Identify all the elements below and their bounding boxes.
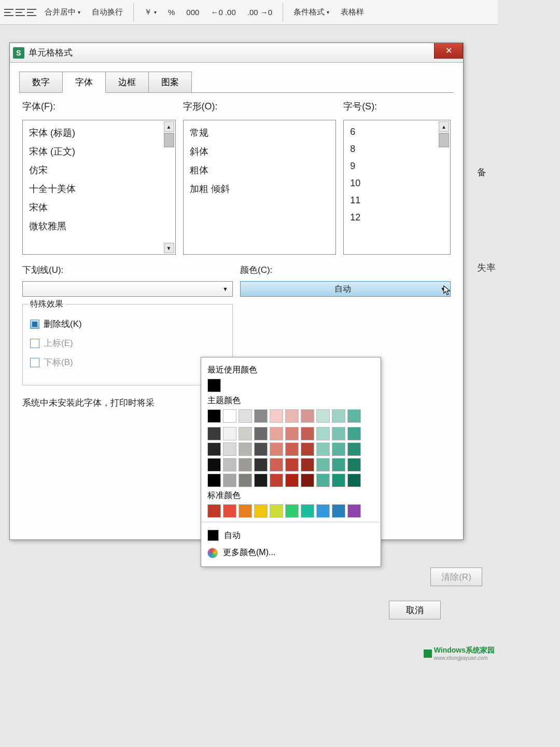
conditional-format-button[interactable]: 条件格式 <box>290 6 332 18</box>
color-swatch[interactable] <box>285 442 299 456</box>
style-listbox[interactable]: 常规 斜体 粗体 加粗 倾斜 <box>183 120 337 255</box>
list-item[interactable]: 宋体 <box>24 198 174 217</box>
checkbox-checked-icon[interactable] <box>30 320 39 329</box>
auto-wrap-button[interactable]: 自动换行 <box>89 6 126 18</box>
color-swatch[interactable] <box>223 427 236 440</box>
color-swatch[interactable] <box>332 427 345 440</box>
color-swatch[interactable] <box>207 427 221 440</box>
color-swatch[interactable] <box>316 474 330 487</box>
color-swatch[interactable] <box>332 409 345 423</box>
close-button[interactable]: ✕ <box>434 43 463 59</box>
auto-color-row[interactable]: 自动 <box>207 527 374 544</box>
list-item[interactable]: 加粗 倾斜 <box>185 179 335 198</box>
color-swatch[interactable] <box>207 458 221 472</box>
list-item[interactable]: 粗体 <box>185 161 335 179</box>
color-swatch[interactable] <box>239 442 252 456</box>
color-swatch[interactable] <box>223 409 236 423</box>
tab-pattern[interactable]: 图案 <box>148 72 192 93</box>
merge-center-button[interactable]: 合并居中 <box>41 6 83 18</box>
color-swatch[interactable] <box>207 379 221 392</box>
list-item[interactable]: 十全十美体 <box>24 179 174 198</box>
decrease-decimal-button[interactable]: .00 →0 <box>244 7 275 18</box>
list-item[interactable]: 6 <box>345 123 449 141</box>
cancel-button[interactable]: 取消 <box>389 601 441 619</box>
color-swatch[interactable] <box>239 458 252 472</box>
color-swatch[interactable] <box>316 409 330 423</box>
list-item[interactable]: 微软雅黑 <box>24 217 174 236</box>
list-item[interactable]: 12 <box>345 209 449 226</box>
color-swatch[interactable] <box>254 442 268 456</box>
color-swatch[interactable] <box>285 504 299 518</box>
list-item[interactable]: 常规 <box>185 123 335 142</box>
increase-decimal-button[interactable]: ←0 .00 <box>207 7 239 18</box>
color-swatch[interactable] <box>347 458 361 472</box>
color-swatch[interactable] <box>301 442 314 456</box>
color-swatch[interactable] <box>347 474 361 487</box>
align-bottom-icon[interactable] <box>27 9 36 16</box>
strike-row[interactable]: 删除线(K) <box>30 318 225 330</box>
color-swatch[interactable] <box>270 409 283 423</box>
list-item[interactable]: 10 <box>345 175 449 192</box>
color-swatch[interactable] <box>239 409 252 423</box>
color-swatch[interactable] <box>301 427 314 440</box>
color-swatch[interactable] <box>207 504 221 518</box>
font-listbox[interactable]: 宋体 (标题) 宋体 (正文) 仿宋 十全十美体 宋体 微软雅黑 ▲ ▼ <box>22 120 176 255</box>
table-style-button[interactable]: 表格样 <box>338 6 367 18</box>
percent-button[interactable]: % <box>165 7 178 18</box>
color-swatch[interactable] <box>285 427 299 440</box>
scroll-thumb[interactable] <box>164 133 174 147</box>
list-item[interactable]: 宋体 (标题) <box>24 123 174 142</box>
color-swatch[interactable] <box>207 442 221 456</box>
color-swatch[interactable] <box>254 409 268 423</box>
color-swatch[interactable] <box>301 474 314 487</box>
color-swatch[interactable] <box>207 409 221 423</box>
color-swatch[interactable] <box>207 474 221 487</box>
color-swatch[interactable] <box>270 504 283 518</box>
color-swatch[interactable] <box>223 504 236 518</box>
color-swatch[interactable] <box>223 474 236 487</box>
list-item[interactable]: 11 <box>345 192 449 209</box>
more-colors-row[interactable]: 更多颜色(M)... <box>207 544 374 561</box>
color-swatch[interactable] <box>316 442 330 456</box>
color-swatch[interactable] <box>332 474 345 487</box>
color-swatch[interactable] <box>301 409 314 423</box>
list-item[interactable]: 9 <box>345 158 449 175</box>
align-middle-icon[interactable] <box>16 9 25 16</box>
color-swatch[interactable] <box>270 474 283 487</box>
underline-combo[interactable]: ▼ <box>22 281 233 297</box>
color-swatch[interactable] <box>347 442 361 456</box>
color-swatch[interactable] <box>239 427 252 440</box>
color-swatch[interactable] <box>316 427 330 440</box>
list-item[interactable]: 8 <box>345 141 449 158</box>
color-swatch[interactable] <box>223 458 236 472</box>
size-listbox[interactable]: 6 8 9 10 11 12 ▲ <box>343 120 451 255</box>
color-swatch[interactable] <box>316 458 330 472</box>
thousands-button[interactable]: 000 <box>183 7 202 18</box>
align-icons[interactable] <box>4 9 36 16</box>
list-item[interactable]: 仿宋 <box>24 161 174 179</box>
list-item[interactable]: 斜体 <box>185 142 335 161</box>
color-swatch[interactable] <box>332 458 345 472</box>
color-swatch[interactable] <box>301 458 314 472</box>
color-swatch[interactable] <box>239 504 252 518</box>
color-swatch[interactable] <box>270 458 283 472</box>
currency-button[interactable]: ￥ <box>141 6 160 18</box>
color-swatch[interactable] <box>347 409 361 423</box>
color-swatch[interactable] <box>285 458 299 472</box>
color-swatch[interactable] <box>223 442 236 456</box>
color-swatch[interactable] <box>254 458 268 472</box>
color-swatch[interactable] <box>254 504 268 518</box>
color-swatch[interactable] <box>270 427 283 440</box>
color-swatch[interactable] <box>254 427 268 440</box>
color-swatch[interactable] <box>239 474 252 487</box>
color-swatch[interactable] <box>270 442 283 456</box>
color-swatch[interactable] <box>316 504 330 518</box>
list-item[interactable]: 宋体 (正文) <box>24 142 174 161</box>
scroll-thumb[interactable] <box>439 133 449 147</box>
color-swatch[interactable] <box>285 474 299 487</box>
tab-number[interactable]: 数字 <box>19 72 63 93</box>
color-swatch[interactable] <box>332 442 345 456</box>
color-swatch[interactable] <box>347 504 361 518</box>
align-top-icon[interactable] <box>4 9 13 16</box>
scroll-up-icon[interactable]: ▲ <box>439 121 449 132</box>
